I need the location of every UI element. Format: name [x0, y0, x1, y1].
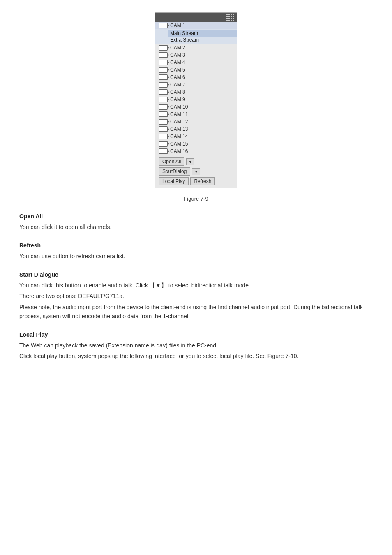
- cam-icon-11: [159, 111, 168, 117]
- cam-item-14[interactable]: CAM 14: [155, 133, 237, 140]
- cam-icon-6: [159, 74, 168, 80]
- section-para-start-dialogue-1: There are two options: DEFAULT/G711a.: [19, 291, 373, 301]
- cam-item-12[interactable]: CAM 12: [155, 118, 237, 125]
- cam-item-3[interactable]: CAM 3: [155, 51, 237, 59]
- cam-item-16[interactable]: CAM 16: [155, 148, 237, 155]
- camera-list: CAM 1 Main Stream Extra Stream CAM 2 CAM…: [155, 22, 237, 155]
- cam-label-15: CAM 15: [170, 141, 188, 147]
- cam-icon-14: [159, 134, 168, 139]
- cam-item-8[interactable]: CAM 8: [155, 88, 237, 96]
- cam-icon-9: [159, 97, 168, 102]
- cam-label-7: CAM 7: [170, 82, 185, 88]
- cam-item-1[interactable]: CAM 1: [155, 22, 237, 29]
- cam-icon-10: [159, 104, 168, 110]
- open-all-dropdown[interactable]: ▼: [186, 158, 194, 165]
- section-para-refresh-0: You can use button to refresh camera lis…: [19, 252, 373, 261]
- start-dialog-row: StartDialog ▼: [159, 167, 233, 176]
- figure-caption: Figure 7-9: [184, 196, 208, 202]
- cam-icon-7: [159, 82, 168, 88]
- open-all-button[interactable]: Open All: [159, 157, 184, 166]
- cam-item-4[interactable]: CAM 4: [155, 59, 237, 66]
- section-open-all: Open All You can click it to open all ch…: [19, 212, 373, 232]
- section-start-dialogue: Start Dialogue You can click this button…: [19, 270, 373, 321]
- section-para-start-dialogue-2: Please note, the audio input port from t…: [19, 303, 373, 321]
- cam-submenu-1: Main Stream Extra Stream: [155, 29, 237, 44]
- submenu-extra-stream[interactable]: Extra Stream: [168, 37, 237, 43]
- grid-icon: [226, 14, 234, 21]
- section-para-start-dialogue-0: You can click this button to enable audi…: [19, 281, 373, 290]
- cam-label-9: CAM 9: [170, 97, 185, 102]
- cam-item-7[interactable]: CAM 7: [155, 81, 237, 88]
- section-local-play: Local Play The Web can playback the save…: [19, 330, 373, 361]
- refresh-button[interactable]: Refresh: [190, 177, 215, 185]
- cam-label-3: CAM 3: [170, 52, 185, 58]
- cam-label-2: CAM 2: [170, 45, 185, 51]
- start-dialog-button[interactable]: StartDialog: [159, 167, 190, 176]
- local-play-row: Local Play Refresh: [159, 177, 233, 185]
- cam-label-10: CAM 10: [170, 104, 188, 110]
- section-para-local-play-1: Click local play button, system pops up …: [19, 352, 373, 361]
- open-all-row: Open All ▼: [159, 157, 233, 166]
- start-dialog-dropdown[interactable]: ▼: [192, 168, 200, 175]
- cam-icon-13: [159, 126, 168, 132]
- cam-icon-3: [159, 52, 168, 58]
- cam-item-5[interactable]: CAM 5: [155, 66, 237, 74]
- page-container: CAM 1 Main Stream Extra Stream CAM 2 CAM…: [16, 12, 376, 370]
- cam-icon-8: [159, 89, 168, 95]
- section-refresh: Refresh You can use button to refresh ca…: [19, 241, 373, 261]
- cam-label-16: CAM 16: [170, 148, 188, 154]
- local-play-button[interactable]: Local Play: [159, 177, 189, 185]
- panel-header: [155, 13, 237, 22]
- cam-item-2[interactable]: CAM 2: [155, 44, 237, 51]
- cam-icon-2: [159, 45, 168, 51]
- cam-label-11: CAM 11: [170, 111, 188, 117]
- cam-label-6: CAM 6: [170, 74, 185, 80]
- section-para-local-play-0: The Web can playback the saved (Extensio…: [19, 341, 373, 350]
- cam-icon-12: [159, 119, 168, 125]
- cam-label-8: CAM 8: [170, 89, 185, 95]
- cam-label-13: CAM 13: [170, 126, 188, 132]
- cam-label-5: CAM 5: [170, 67, 185, 73]
- cam-item-15[interactable]: CAM 15: [155, 140, 237, 148]
- section-body-start-dialogue: You can click this button to enable audi…: [19, 281, 373, 321]
- cam-item-10[interactable]: CAM 10: [155, 103, 237, 111]
- cam-label-1: CAM 1: [170, 23, 185, 28]
- cam-icon-15: [159, 141, 168, 147]
- cam-item-11[interactable]: CAM 11: [155, 111, 237, 118]
- content-area: Open All You can click it to open all ch…: [19, 212, 373, 370]
- cam-label-4: CAM 4: [170, 60, 185, 65]
- section-title-local-play: Local Play: [19, 330, 373, 339]
- cam-item-9[interactable]: CAM 9: [155, 96, 237, 103]
- cam-icon-5: [159, 67, 168, 73]
- cam-label-14: CAM 14: [170, 134, 188, 139]
- section-title-refresh: Refresh: [19, 241, 373, 250]
- panel-buttons: Open All ▼ StartDialog ▼ Local Play Refr…: [155, 155, 237, 188]
- section-body-local-play: The Web can playback the saved (Extensio…: [19, 341, 373, 361]
- cam-icon-16: [159, 148, 168, 154]
- cam-label-12: CAM 12: [170, 119, 188, 125]
- cam-item-13[interactable]: CAM 13: [155, 125, 237, 133]
- section-title-start-dialogue: Start Dialogue: [19, 270, 373, 279]
- cam-icon-4: [159, 60, 168, 65]
- camera-panel: CAM 1 Main Stream Extra Stream CAM 2 CAM…: [155, 12, 237, 188]
- submenu-main-stream[interactable]: Main Stream: [168, 30, 237, 37]
- cam-icon-1: [159, 23, 168, 28]
- section-title-open-all: Open All: [19, 212, 373, 221]
- section-para-open-all-0: You can click it to open all channels.: [19, 222, 373, 231]
- cam-item-6[interactable]: CAM 6: [155, 74, 237, 81]
- section-body-refresh: You can use button to refresh camera lis…: [19, 252, 373, 261]
- section-body-open-all: You can click it to open all channels.: [19, 222, 373, 231]
